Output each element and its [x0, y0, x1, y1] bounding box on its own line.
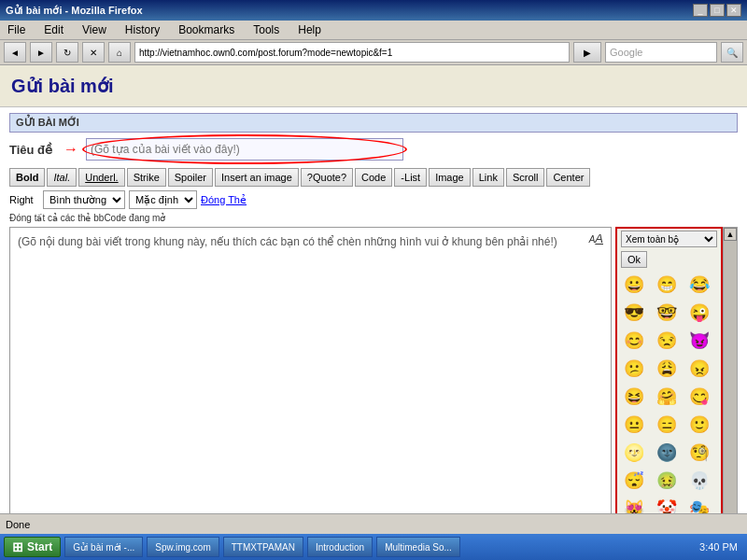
emoji-item[interactable]: 🎭 [686, 496, 712, 513]
menu-tools[interactable]: Tools [249, 22, 283, 37]
menu-help[interactable]: Help [294, 22, 325, 37]
italic-btn[interactable]: Ital. [47, 168, 77, 187]
emoji-item[interactable]: 🤡 [654, 496, 680, 513]
center-btn[interactable]: Center [546, 168, 590, 187]
size-select[interactable]: Mặc định [129, 190, 197, 209]
address-text: http://vietnamhoc.own0.com/post.forum?mo… [139, 48, 392, 58]
underline-btn[interactable]: Underl. [78, 168, 124, 187]
search-placeholder: Google [610, 47, 642, 58]
link-btn[interactable]: Link [472, 168, 504, 187]
editor-textarea[interactable]: (Gõ nội dung bài viết trong khung này, n… [10, 228, 611, 470]
menu-history[interactable]: History [121, 22, 163, 37]
emoji-item[interactable]: 🌝 [621, 440, 647, 466]
form-section: GỬI BÀI MỚI Tiêu đề → Bold Ital. Underl.… [0, 107, 747, 513]
close-tags-text: Đóng tất cả các thẻ bbCode đang mở [9, 213, 738, 223]
emoji-item[interactable]: 🤢 [654, 468, 680, 494]
maximize-btn[interactable]: □ [710, 4, 725, 17]
emoji-item[interactable]: 😻 [621, 496, 647, 513]
page-wrapper: Gửi bài mới GỬI BÀI MỚI Tiêu đề → Bold I… [0, 65, 747, 513]
window-controls: _ □ ✕ [693, 4, 741, 17]
spoiler-btn[interactable]: Spoiler [168, 168, 213, 187]
code-btn[interactable]: Code [355, 168, 392, 187]
go-btn[interactable]: ▶ [573, 42, 601, 63]
tieu-de-row: Tiêu đề → [9, 138, 738, 161]
arrow-annotation: → [63, 141, 78, 158]
bold-btn[interactable]: Bold [9, 168, 45, 187]
nav-toolbar: ◄ ► ↻ ✕ ⌂ http://vietnamhoc.own0.com/pos… [0, 40, 747, 65]
dong-the-btn[interactable]: Đóng Thẻ [201, 194, 247, 206]
menu-edit[interactable]: Edit [40, 22, 67, 37]
emoji-item[interactable]: 😑 [654, 412, 680, 438]
align-label: Right [9, 194, 39, 205]
emoji-item[interactable]: 😀 [621, 272, 647, 298]
emoji-item[interactable]: 😋 [686, 384, 712, 410]
emoji-item[interactable]: 😩 [654, 356, 680, 382]
scroll-track [724, 241, 737, 513]
page-header: Gửi bài mới [0, 65, 747, 107]
emoji-item[interactable]: 🤗 [654, 384, 680, 410]
scrollbar[interactable]: ▲ ▼ [723, 227, 738, 513]
emoji-grid: 😀 😁 😂 😎 🤓 😜 😊 😒 😈 😕 😩 😠 😆 🤗 😋 😐 [617, 270, 721, 513]
section-header: GỬI BÀI MỚI [9, 113, 738, 133]
insert-image-btn[interactable]: Insert an image [215, 168, 299, 187]
emoji-item[interactable]: 🧐 [686, 440, 712, 466]
menu-bar: File Edit View History Bookmarks Tools H… [0, 21, 747, 40]
home-btn[interactable]: ⌂ [108, 42, 131, 63]
address-bar[interactable]: http://vietnamhoc.own0.com/post.forum?mo… [134, 42, 570, 63]
emoji-item[interactable]: 😕 [621, 356, 647, 382]
emoji-ok-btn[interactable]: Ok [621, 251, 647, 268]
tieu-de-input[interactable] [86, 138, 403, 161]
search-bar[interactable]: Google [605, 42, 717, 63]
emoji-item[interactable]: 😈 [686, 328, 712, 354]
emoji-item[interactable]: 😜 [686, 300, 712, 326]
emoji-item[interactable]: 😎 [621, 300, 647, 326]
menu-file[interactable]: File [4, 22, 29, 37]
emoji-item[interactable]: 😁 [654, 272, 680, 298]
stop-btn[interactable]: ✕ [82, 42, 105, 63]
emoji-item[interactable]: 🙂 [686, 412, 712, 438]
emoji-item[interactable]: 😆 [621, 384, 647, 410]
emoji-item[interactable]: 😐 [621, 412, 647, 438]
page-title: Gửi bài mới [7, 69, 740, 103]
text-editor[interactable]: AA (Gõ nội dung bài viết trong khung này… [9, 227, 612, 513]
back-btn[interactable]: ◄ [4, 42, 26, 63]
emoji-item[interactable]: 🌚 [654, 440, 680, 466]
scroll-up-btn[interactable]: ▲ [724, 228, 737, 241]
refresh-btn[interactable]: ↻ [56, 42, 78, 63]
menu-view[interactable]: View [78, 22, 110, 37]
search-btn[interactable]: 🔍 [721, 42, 743, 63]
strike-btn[interactable]: Strike [127, 168, 166, 187]
emoji-item[interactable]: 😂 [686, 272, 712, 298]
scroll-btn[interactable]: Scroll [506, 168, 545, 187]
style-select[interactable]: Bình thường [43, 190, 125, 209]
emoji-item[interactable]: 😒 [654, 328, 680, 354]
status-text: Done [6, 519, 30, 530]
title-bar: Gửi bài mới - Mozilla Firefox _ □ ✕ [0, 0, 747, 21]
status-bar: Done [0, 513, 747, 534]
align-row: Right Bình thường Mặc định Đóng Thẻ [9, 190, 738, 209]
emoji-category-select[interactable]: Xem toàn bộ [621, 231, 717, 247]
editor-area: AA (Gõ nội dung bài viết trong khung này… [9, 227, 738, 513]
quote-btn[interactable]: ?Quote? [301, 168, 353, 187]
emoji-item[interactable]: 🤓 [654, 300, 680, 326]
close-btn[interactable]: ✕ [726, 4, 741, 17]
font-hint: AA [589, 231, 603, 245]
tieu-de-label: Tiêu đề [9, 143, 56, 157]
bbcode-toolbar: Bold Ital. Underl. Strike Spoiler Insert… [9, 168, 738, 187]
emoji-item[interactable]: 😊 [621, 328, 647, 354]
image-btn[interactable]: Image [429, 168, 471, 187]
window-title: Gửi bài mới - Mozilla Firefox [6, 5, 143, 17]
emoji-item[interactable]: 😴 [621, 468, 647, 494]
emoji-item[interactable]: 😠 [686, 356, 712, 382]
list-btn[interactable]: -List [394, 168, 427, 187]
emoji-item[interactable]: 💀 [686, 468, 712, 494]
forward-btn[interactable]: ► [30, 42, 52, 63]
menu-bookmarks[interactable]: Bookmarks [175, 22, 238, 37]
emoji-panel-header: Xem toàn bộ [617, 229, 721, 249]
minimize-btn[interactable]: _ [693, 4, 708, 17]
emoji-panel: Xem toàn bộ Ok 😀 😁 😂 😎 🤓 😜 😊 😒 😈 � [615, 227, 723, 513]
